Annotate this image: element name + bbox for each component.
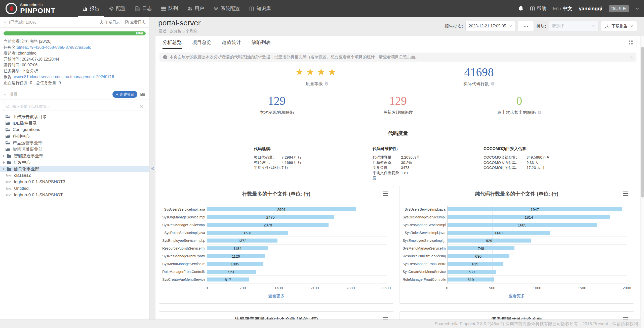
main-area: portal-server 最近一次分析 6 个月前 报告批次: 2023-12…: [150, 17, 644, 328]
nav-item-report[interactable]: 报告: [78, 0, 104, 17]
info-icon[interactable]: [491, 82, 495, 86]
ellipsis-icon: [524, 26, 528, 27]
view-log-button[interactable]: 查看日志: [125, 20, 145, 25]
expand-caret-icon[interactable]: [3, 168, 5, 170]
metric-value: 1.81: [401, 170, 408, 181]
more-batches-button[interactable]: [518, 21, 534, 31]
username[interactable]: yanxingqi: [579, 6, 602, 12]
tree-item[interactable]: JavaUntitled: [0, 185, 149, 192]
tree-item[interactable]: 研发中心: [0, 159, 149, 166]
tree-item[interactable]: 上传报告默认目录: [0, 113, 149, 120]
help-button[interactable]: 帮助: [530, 5, 546, 12]
clear-search-icon[interactable]: [140, 105, 143, 108]
lang-zh[interactable]: 中文: [563, 6, 572, 11]
undetected-defects-value: 0: [398, 94, 640, 107]
nav-item-users[interactable]: 用户: [183, 0, 209, 17]
chart-bar-row: SysResManageFrontControlle...619: [448, 260, 627, 268]
chart-y-label: RoleManagerFrontController.j...: [403, 277, 446, 282]
nav-item-logs[interactable]: 日志: [130, 0, 156, 17]
tree-item[interactable]: Configurations: [0, 126, 149, 133]
scrollbar-thumb[interactable]: [641, 47, 644, 198]
code-metrics-title: 代码度量: [155, 130, 640, 137]
view-more-link[interactable]: 查看更多: [509, 294, 525, 298]
plus-icon: [116, 93, 118, 96]
close-icon[interactable]: [630, 56, 633, 59]
task-field-label: 当前步骤:: [4, 39, 22, 43]
metric-row: 圈复杂度3473: [373, 165, 421, 170]
download-log-button[interactable]: 下载日志: [100, 20, 120, 25]
language-toggle[interactable]: En / 中文: [553, 5, 572, 12]
bar-value: 619: [472, 262, 478, 266]
code-metrics: 代码规模:项目代码量:7.2984万 行纯代码行:4.1698万 行平均文件代码…: [155, 146, 640, 181]
sidebar-collapse-handle[interactable]: «: [151, 165, 154, 172]
tree-item[interactable]: 产品运营事业部: [0, 139, 149, 146]
module-select[interactable]: 请选择: [549, 21, 598, 31]
chevron-down-icon[interactable]: [635, 8, 639, 10]
bar-chart: SysUsersServiceImpl.java2901SysOrgManage…: [207, 206, 387, 284]
bell-icon[interactable]: [518, 6, 524, 11]
tree-item[interactable]: 信息化事业部: [0, 166, 149, 172]
task-field: 报告: cscec81-cloud-service-constructmanag…: [4, 74, 146, 80]
chart-y-label: SysCreateVueMenuService...: [403, 270, 446, 274]
fullscreen-button[interactable]: [625, 38, 636, 47]
download-report-button[interactable]: 下载报告: [601, 21, 637, 31]
tree-item[interactable]: 智慧运维事业部: [0, 146, 149, 153]
task-field-link[interactable]: cscec81-cloud-service-constructmanagemen…: [14, 75, 114, 79]
task-field: 运行时间: 00:07:06: [4, 62, 146, 68]
collapse-caret-icon[interactable]: [4, 93, 7, 96]
tab-项目总览[interactable]: 项目总览: [192, 36, 211, 49]
download-log-label: 下载日志: [105, 20, 120, 25]
task-field-value: 2024-07-16 12:20:44: [22, 57, 59, 61]
vertical-scrollbar[interactable]: [641, 36, 644, 328]
nav-item-system-config[interactable]: 系统配置: [209, 0, 245, 17]
gridline: [387, 206, 387, 284]
bar-value: 1126: [232, 254, 240, 258]
loc-label: 实际代码行数: [463, 81, 489, 87]
view-more-link[interactable]: 查看更多: [268, 294, 284, 298]
nav-item-config[interactable]: 配置: [104, 0, 130, 17]
bar-value: 519: [468, 277, 474, 282]
metrics-group: 代码规模:项目代码量:7.2984万 行纯代码行:4.1698万 行平均文件代码…: [254, 146, 302, 170]
new-project-button[interactable]: 新建项目: [112, 91, 137, 98]
expand-caret-icon[interactable]: [3, 155, 5, 157]
tree-item[interactable]: Javaloghub-0.0.1-SNAPSHOT: [0, 192, 149, 198]
open-folder-icon[interactable]: [140, 92, 145, 97]
lang-en[interactable]: En: [553, 6, 559, 11]
nav-item-queue[interactable]: 队列: [156, 0, 183, 17]
tab-分析总览[interactable]: 分析总览: [163, 36, 182, 49]
report-batch-select[interactable]: 2023-12-21 17:05:05: [465, 21, 515, 31]
task-field-value: 平台分析: [22, 69, 38, 73]
metric-row: 平均文件圈复杂度1.81: [373, 170, 421, 181]
bar-value: 1581: [243, 231, 252, 235]
loc-stat: 41698 实际代码行数: [317, 66, 640, 87]
task-field-label: 开始时间:: [4, 57, 22, 61]
nav-item-label: 配置: [116, 5, 126, 12]
bar-value: 2475: [266, 215, 275, 219]
hamburger-menu-icon[interactable]: [383, 192, 388, 196]
task-status-text: [已完成] 100%: [9, 19, 36, 25]
tab-趋势统计[interactable]: 趋势统计: [222, 36, 241, 49]
brand-logo[interactable]: Sourcebrella PINPOINT: [6, 3, 55, 14]
hamburger-menu-icon[interactable]: [623, 192, 628, 196]
tree-item[interactable]: 智能建造事业部: [0, 153, 149, 159]
task-field-link[interactable]: b9fea179-436d-4c58-88e6-87e827aa55fc: [17, 45, 91, 50]
expand-caret-icon[interactable]: [3, 161, 5, 164]
info-icon[interactable]: [538, 111, 541, 114]
tree-item[interactable]: IDE插件目录: [0, 120, 149, 126]
collapse-caret-icon[interactable]: [4, 21, 7, 23]
tree-item[interactable]: Javaclasses2: [0, 172, 149, 179]
chart-y-label: SysUsersServiceImpl.java: [403, 207, 446, 211]
nav-item-knowledge-base[interactable]: 知识库: [245, 0, 275, 17]
chart-x-tick: 2100: [310, 286, 319, 290]
bar-value: 748: [478, 246, 484, 251]
bar-chart-icon: [83, 6, 88, 11]
chart-bar-row: SysMenuManageServiceImp...1085: [207, 260, 387, 268]
tree-item[interactable]: 科创中心: [0, 133, 149, 139]
task-fields: 当前步骤: 运行完毕 [20/20]任务名:b9fea179-436d-4c58…: [0, 38, 149, 89]
tab-缺陷列表[interactable]: 缺陷列表: [252, 36, 271, 49]
tree-item-label: classes2: [14, 173, 31, 178]
tree-item[interactable]: Javaloghub-0.0.1-SNAPSHOT3: [0, 179, 149, 185]
project-search-input[interactable]: [12, 104, 138, 109]
gear-icon: [109, 6, 114, 11]
chart-bar-row: RoleManagerFrontController.j...951: [207, 268, 387, 276]
